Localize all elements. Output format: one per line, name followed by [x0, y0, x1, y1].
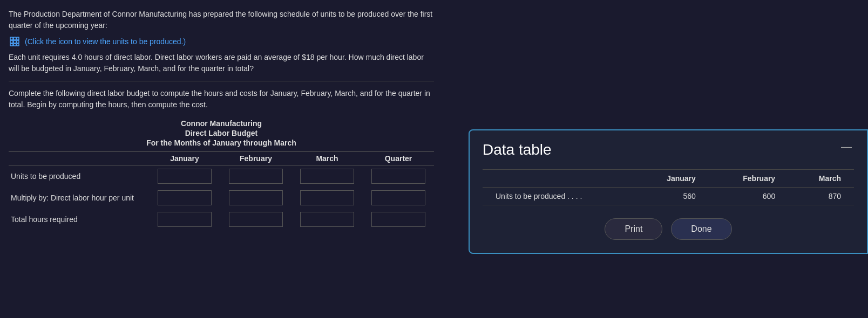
instruction-text: Complete the following direct labor budg… — [9, 88, 434, 110]
divider — [9, 81, 434, 81]
svg-rect-5 — [17, 40, 19, 43]
col-january: January — [149, 152, 220, 165]
input-cell — [149, 165, 220, 188]
svg-rect-0 — [10, 37, 13, 40]
data-row-label: Units to be produced . . . . — [483, 188, 634, 205]
intro-paragraph1: The Production Department of Connor Manu… — [9, 9, 434, 31]
table-row: Units to be produced — [9, 165, 434, 188]
row-label-multiply: Multiply by: Direct labor hour per unit — [9, 187, 149, 209]
units-qtr-input[interactable] — [371, 169, 425, 184]
svg-rect-2 — [17, 37, 19, 40]
data-col-january: January — [634, 170, 709, 188]
svg-rect-4 — [13, 40, 16, 43]
units-jan-input[interactable] — [158, 169, 212, 184]
input-cell — [291, 165, 363, 188]
input-cell — [149, 187, 220, 209]
click-icon-text: (Click the icon to view the units to be … — [25, 37, 186, 46]
input-cell — [291, 187, 363, 209]
svg-rect-7 — [13, 44, 16, 46]
total-mar-input[interactable] — [300, 212, 354, 227]
multiply-feb-input[interactable] — [229, 190, 283, 205]
row-label-units: Units to be produced — [9, 165, 149, 188]
units-mar-input[interactable] — [300, 169, 354, 184]
data-inner-table: January February March Units to be produ… — [483, 169, 854, 205]
minimize-button[interactable]: — — [839, 141, 854, 152]
input-cell — [220, 165, 291, 188]
total-feb-input[interactable] — [229, 212, 283, 227]
input-cell — [363, 187, 434, 209]
data-row-feb: 600 — [709, 188, 788, 205]
table-row: Multiply by: Direct labor hour per unit — [9, 187, 434, 209]
button-row: Print Done — [483, 218, 854, 240]
total-qtr-input[interactable] — [371, 212, 425, 227]
multiply-qtr-input[interactable] — [371, 190, 425, 205]
table-subtitle: For the Months of January through March — [9, 139, 434, 147]
input-cell — [220, 187, 291, 209]
col-march: March — [291, 152, 363, 165]
units-feb-input[interactable] — [229, 169, 283, 184]
svg-rect-6 — [10, 44, 13, 46]
col-quarter: Quarter — [363, 152, 434, 165]
multiply-jan-input[interactable] — [158, 190, 212, 205]
input-cell — [291, 209, 363, 230]
input-cell — [363, 165, 434, 188]
data-col-march: March — [788, 170, 854, 188]
budget-section: Connor Manufacturing Direct Labor Budget… — [9, 119, 434, 230]
row-label-total: Total hours required — [9, 209, 149, 230]
data-table-header: Data table — — [483, 141, 854, 158]
data-row-jan: 560 — [634, 188, 709, 205]
input-cell — [363, 209, 434, 230]
intro-paragraph2: Each unit requires 4.0 hours of direct l… — [9, 52, 434, 74]
data-row-mar: 870 — [788, 188, 854, 205]
grid-icon[interactable] — [9, 36, 21, 47]
data-table-row: Units to be produced . . . . 560 600 870 — [483, 188, 854, 205]
svg-rect-8 — [17, 44, 19, 46]
multiply-mar-input[interactable] — [300, 190, 354, 205]
company-name: Connor Manufacturing — [9, 119, 434, 128]
input-cell — [149, 209, 220, 230]
input-cell — [220, 209, 291, 230]
col-february: February — [220, 152, 291, 165]
data-col-february: February — [709, 170, 788, 188]
svg-rect-1 — [13, 37, 16, 40]
done-button[interactable]: Done — [671, 218, 731, 240]
svg-rect-3 — [10, 40, 13, 43]
budget-table: January February March Quarter Units to … — [9, 151, 434, 230]
table-row: Total hours required — [9, 209, 434, 230]
table-title: Direct Labor Budget — [9, 129, 434, 137]
total-jan-input[interactable] — [158, 212, 212, 227]
data-table-overlay: Data table — January February March Unit… — [469, 129, 868, 254]
data-table-title: Data table — [483, 141, 552, 158]
print-button[interactable]: Print — [605, 218, 662, 240]
